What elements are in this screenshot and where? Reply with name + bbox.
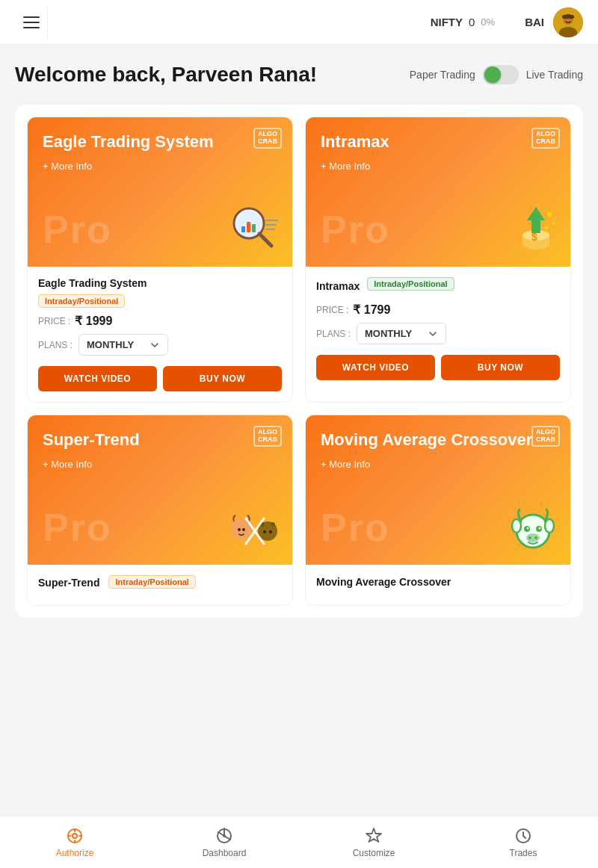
svg-point-28: [242, 528, 245, 531]
nifty-value: 0: [469, 16, 475, 28]
svg-point-33: [271, 522, 275, 527]
avatar[interactable]: [553, 7, 583, 37]
eagle-more-info[interactable]: + More Info: [43, 161, 277, 172]
bottom-nav: Authorize Dashboard Customize Tr: [0, 816, 598, 868]
svg-point-34: [263, 530, 266, 533]
intramax-icon: $: [503, 199, 563, 259]
svg-point-45: [526, 533, 540, 542]
eagle-price-label: PRICE :: [38, 316, 70, 326]
authorize-label: Authorize: [56, 848, 94, 858]
moving-avg-title: Moving Average Crossover: [321, 430, 555, 450]
svg-point-38: [517, 515, 549, 548]
moving-avg-pro-watermark: Pro: [321, 505, 390, 550]
svg-point-40: [545, 519, 554, 533]
supertrend-more-info[interactable]: + More Info: [43, 459, 277, 470]
authorize-icon: [66, 827, 84, 845]
dashboard-label: Dashboard: [203, 848, 247, 858]
eagle-price-row: PRICE : ₹ 1999: [38, 314, 282, 328]
supertrend-badge: Intraday/Positional: [108, 575, 195, 589]
supertrend-banner: ALGOCRAB Super-Trend + More Info Pro: [28, 415, 292, 565]
eagle-plans-select[interactable]: MONTHLY: [78, 334, 168, 356]
live-trading-label: Live Trading: [526, 69, 583, 81]
intramax-btn-row: WATCH VIDEO BUY NOW: [316, 355, 560, 380]
eagle-buy-btn[interactable]: BUY NOW: [163, 366, 282, 391]
svg-point-55: [223, 834, 226, 837]
header-right: BAI: [525, 7, 583, 37]
paper-trading-label: Paper Trading: [410, 69, 475, 81]
intramax-price-value: ₹ 1799: [353, 303, 390, 317]
svg-point-44: [539, 527, 541, 530]
intramax-more-info[interactable]: + More Info: [321, 161, 555, 172]
intramax-plans-select[interactable]: MONTHLY: [357, 323, 446, 344]
algo-crab-logo-intramax: ALGOCRAB: [531, 128, 560, 149]
nav-dashboard[interactable]: Dashboard: [150, 816, 299, 868]
svg-point-22: [552, 222, 555, 225]
svg-line-11: [259, 234, 271, 246]
trades-label: Trades: [510, 848, 537, 858]
nifty-pct: 0%: [481, 16, 495, 28]
cards-grid: ALGOCRAB Eagle Trading System + More Inf…: [27, 117, 571, 606]
supertrend-body: Super-Trend Intraday/Positional: [28, 565, 292, 605]
cards-wrapper: ALGOCRAB Eagle Trading System + More Inf…: [15, 105, 583, 618]
customize-icon: [365, 827, 383, 845]
eagle-badge: Intraday/Positional: [38, 294, 125, 308]
intramax-watch-btn[interactable]: WATCH VIDEO: [316, 355, 435, 380]
moving-avg-card: ALGOCRAB Moving Average Crossover + More…: [305, 415, 571, 606]
trading-toggle-switch[interactable]: [483, 65, 519, 84]
bai-label: BAI: [525, 16, 544, 28]
eagle-pro-watermark: Pro: [43, 207, 112, 252]
intramax-badge: Intraday/Positional: [367, 277, 454, 291]
intramax-card: ALGOCRAB Intramax + More Info Pro: [305, 117, 571, 403]
nifty-label: NIFTY: [431, 16, 463, 28]
dashboard-icon: [215, 827, 233, 845]
supertrend-pro-watermark: Pro: [43, 505, 112, 550]
eagle-banner: ALGOCRAB Eagle Trading System + More Inf…: [28, 117, 292, 267]
intramax-buy-btn[interactable]: BUY NOW: [441, 355, 560, 380]
toggle-knob: [484, 66, 501, 83]
svg-point-43: [527, 527, 529, 530]
svg-rect-9: [247, 222, 250, 232]
svg-point-25: [234, 521, 241, 528]
eagle-body-name: Eagle Trading System: [38, 277, 282, 289]
menu-button[interactable]: [15, 6, 48, 39]
moving-avg-icon: [503, 497, 563, 557]
supertrend-body-name: Super-Trend: [38, 577, 99, 589]
eagle-plans-row: PLANS : MONTHLY: [38, 334, 282, 356]
intramax-banner: ALGOCRAB Intramax + More Info Pro: [306, 117, 570, 267]
welcome-title: Welcome back, Parveen Rana!: [15, 63, 317, 87]
nav-trades[interactable]: Trades: [449, 816, 598, 868]
welcome-row: Welcome back, Parveen Rana! Paper Tradin…: [15, 63, 583, 87]
intramax-body-name: Intramax Intraday/Positional: [316, 277, 560, 297]
intramax-body: Intramax Intraday/Positional PRICE : ₹ 1…: [306, 267, 570, 391]
moving-avg-banner: ALGOCRAB Moving Average Crossover + More…: [306, 415, 570, 565]
eagle-title: Eagle Trading System: [43, 132, 277, 152]
intramax-plans-label: PLANS :: [316, 329, 351, 339]
nav-customize[interactable]: Customize: [299, 816, 449, 868]
svg-point-23: [545, 226, 548, 229]
intramax-title: Intramax: [321, 132, 555, 152]
intramax-price-row: PRICE : ₹ 1799: [316, 303, 560, 317]
market-info: NIFTY 0 0%: [431, 16, 495, 28]
trades-icon: [514, 827, 532, 845]
intramax-plans-row: PLANS : MONTHLY: [316, 323, 560, 344]
eagle-plans-label: PLANS :: [38, 340, 73, 350]
algo-crab-logo-moving-avg: ALGOCRAB: [531, 426, 560, 447]
hamburger-icon: [23, 16, 40, 28]
intramax-price-label: PRICE :: [316, 305, 348, 315]
intramax-pro-watermark: Pro: [321, 207, 390, 252]
eagle-price-value: ₹ 1999: [75, 314, 112, 328]
svg-point-35: [269, 530, 272, 533]
svg-point-47: [534, 536, 537, 539]
eagle-card: ALGOCRAB Eagle Trading System + More Inf…: [27, 117, 293, 403]
moving-avg-more-info[interactable]: + More Info: [321, 459, 555, 470]
algo-crab-logo-eagle: ALGOCRAB: [253, 128, 282, 149]
eagle-watch-btn[interactable]: WATCH VIDEO: [38, 366, 157, 391]
moving-avg-body: Moving Average Crossover: [306, 565, 570, 599]
trading-toggle: Paper Trading Live Trading: [410, 65, 583, 84]
supertrend-card: ALGOCRAB Super-Trend + More Info Pro: [27, 415, 293, 606]
eagle-btn-row: WATCH VIDEO BUY NOW: [38, 366, 282, 391]
main-content: Welcome back, Parveen Rana! Paper Tradin…: [0, 45, 598, 678]
supertrend-title: Super-Trend: [43, 430, 277, 450]
nav-authorize[interactable]: Authorize: [0, 816, 150, 868]
svg-point-39: [512, 519, 521, 533]
